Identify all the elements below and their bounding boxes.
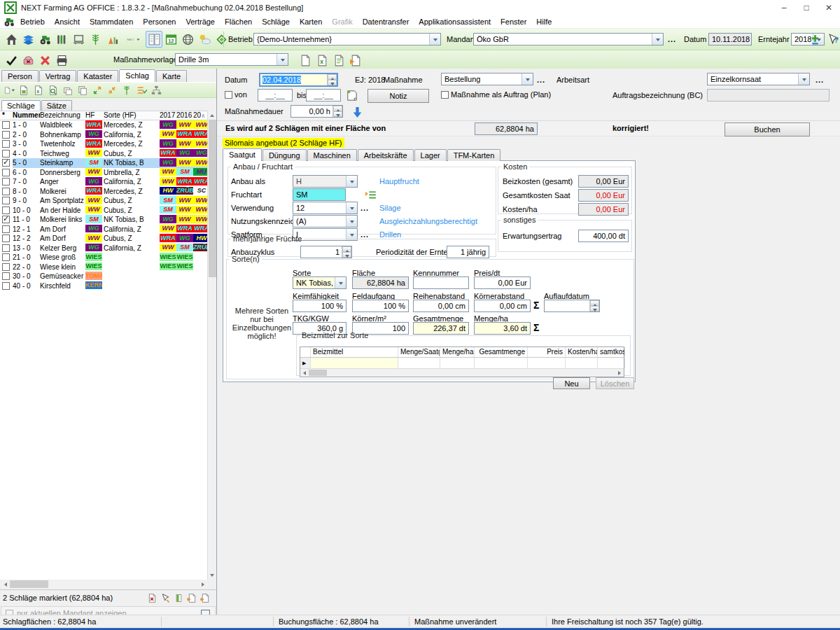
table-horizontal-scrollbar[interactable]: [300, 368, 624, 377]
table-row[interactable]: 13 - 0Kelzer BergWGCalifornia, ZWWSMZRÜB: [0, 244, 207, 253]
year-col-2017[interactable]: 2017: [160, 111, 176, 120]
split-view-icon[interactable]: [146, 31, 162, 48]
erwartungsertrag-field[interactable]: 400,00 dt: [578, 230, 629, 242]
hauptfrucht-link[interactable]: Hauptfrucht: [379, 177, 419, 186]
buchen-button[interactable]: Buchen: [724, 122, 810, 136]
row-checkbox[interactable]: [2, 234, 10, 242]
tab-person[interactable]: Person: [1, 70, 38, 82]
context-help-icon[interactable]: ?: [825, 31, 840, 48]
detail-tab-maschinen[interactable]: Maschinen: [307, 149, 357, 161]
scroll-up-icon[interactable]: [208, 111, 216, 120]
auftrag-checkbox[interactable]: [441, 91, 449, 99]
collapse-icon[interactable]: [104, 83, 119, 97]
menu-personen[interactable]: Personen: [138, 16, 181, 27]
beiz-cell[interactable]: [598, 358, 625, 368]
mandant-combo[interactable]: Öko GbR: [473, 33, 664, 46]
tab-kataster[interactable]: Kataster: [77, 70, 118, 82]
list-select-icon[interactable]: [363, 187, 379, 204]
row-checkbox[interactable]: [2, 225, 10, 233]
pointer-edit-icon[interactable]: [159, 592, 172, 605]
scrollbar-thumb[interactable]: [209, 120, 216, 277]
tractor-icon[interactable]: [36, 31, 53, 48]
massnahme-more-button[interactable]: ...: [537, 76, 545, 84]
row-checkbox[interactable]: [2, 244, 10, 252]
chevron-down-icon[interactable]: [276, 54, 288, 65]
kosten-field[interactable]: 0,00 Eur: [578, 189, 629, 202]
beiz-cell[interactable]: [440, 358, 475, 368]
table-row[interactable]: 1 - 0WaldbleekWRAMercedes, ZWGWWWW: [0, 120, 207, 130]
note-icon[interactable]: [343, 87, 360, 104]
scroll-right-icon[interactable]: [615, 369, 624, 377]
menu-fenster[interactable]: Fenster: [496, 16, 531, 27]
von-checkbox[interactable]: [225, 91, 232, 99]
wheat-icon[interactable]: [87, 31, 104, 48]
detail-tab-lager[interactable]: Lager: [414, 149, 447, 161]
row-checkbox[interactable]: [2, 131, 10, 139]
chevron-down-icon[interactable]: [522, 74, 533, 85]
feldaufgang-field[interactable]: 100 %: [352, 300, 409, 312]
doc-save-icon[interactable]: [16, 83, 31, 97]
weather-icon[interactable]: [196, 31, 213, 48]
scrollbar-thumb[interactable]: [10, 580, 48, 588]
row-checkbox[interactable]: [2, 253, 10, 261]
dauer-field[interactable]: 0,00 h: [290, 105, 343, 118]
beiz-cell[interactable]: [528, 358, 566, 368]
doc-new-icon[interactable]: [297, 52, 314, 69]
detail-tab-arbeitskr-fte[interactable]: Arbeitskräfte: [358, 149, 414, 161]
table-row[interactable]: 7 - 0AngerWGCalifornia, ZWWWRAWRA: [0, 177, 207, 187]
detail-tab-d-ngung[interactable]: Düngung: [262, 149, 307, 161]
table-row[interactable]: 10 - 0An der HaldeWWCubus, ZSMWWWW: [0, 206, 207, 216]
auftragsbez-field[interactable]: [707, 89, 830, 102]
detail-tab-saatgut[interactable]: Saatgut: [223, 148, 262, 161]
vertical-scrollbar[interactable]: [207, 111, 216, 580]
row-checkbox[interactable]: [2, 282, 10, 290]
excel-export-icon[interactable]: [146, 592, 159, 605]
minimize-button[interactable]: –: [773, 0, 795, 15]
beiz-col-7[interactable]: samtkosten: [598, 347, 625, 357]
chevron-down-icon[interactable]: [346, 176, 357, 187]
verwendung-combo[interactable]: 12: [293, 202, 358, 214]
spinner-icons[interactable]: [332, 106, 342, 117]
koernerabstand-field[interactable]: 0,00 cm: [474, 300, 531, 312]
chevron-down-icon[interactable]: [798, 74, 809, 85]
col-hf[interactable]: HF: [85, 111, 104, 120]
col-nummer[interactable]: Nummer∧: [13, 111, 40, 120]
row-checkbox[interactable]: [2, 169, 10, 176]
reihenabstand-field[interactable]: 0,00 cm: [413, 300, 469, 312]
preis-field[interactable]: 0,00 Eur: [474, 276, 531, 289]
row-checkbox[interactable]: [2, 216, 10, 223]
flaeche-field[interactable]: 62,8804 ha: [352, 276, 409, 289]
table-row[interactable]: 8 - 0MolkereiWRAMercedes, ZHWZRÜBSC: [0, 187, 207, 197]
datum-field[interactable]: 02.04.2018: [259, 73, 338, 87]
menu-hilfe[interactable]: Hilfe: [531, 16, 556, 27]
doc-new-drop-icon[interactable]: [1, 83, 16, 97]
doc-template-icon[interactable]: [347, 52, 364, 69]
row-checkbox[interactable]: [2, 121, 10, 129]
beiz-cell[interactable]: [311, 358, 398, 368]
beiz-col-5[interactable]: Preis: [528, 347, 566, 357]
beiz-col-4[interactable]: Gesamtmenge: [475, 347, 528, 357]
sorte-combo[interactable]: NK Tobias, B: [293, 276, 346, 289]
kosten-field[interactable]: 0,00 Eur: [578, 175, 629, 188]
add-icon[interactable]: [806, 31, 823, 48]
table-row[interactable]: 11 - 0Molkerei linksSMNK Tobias, BWGWWWW: [0, 215, 207, 225]
horizontal-scrollbar[interactable]: [1, 580, 207, 589]
beiz-col-2[interactable]: Menge/Saatgut: [398, 347, 440, 357]
table-row[interactable]: 21 - 0Wiese großWIESWIESWIES: [0, 253, 207, 262]
menu-verträge[interactable]: Verträge: [181, 16, 220, 27]
apply-down-arrow-icon[interactable]: [349, 104, 365, 120]
kosten-field[interactable]: 0,00 Eur: [578, 203, 629, 216]
von-time-field[interactable]: __:__: [258, 89, 293, 102]
table-row[interactable]: 40 - 0KirschfeldKERN: [0, 281, 207, 291]
auflaufdatum-field[interactable]: [544, 300, 600, 312]
keim-field[interactable]: 100 %: [293, 300, 346, 312]
menu-datentransfer[interactable]: Datentransfer: [358, 16, 414, 27]
beizmittel-empty-row[interactable]: ▶: [300, 358, 624, 369]
calendar-icon[interactable]: 12: [162, 31, 179, 48]
scroll-right-icon[interactable]: [198, 580, 207, 589]
row-checkbox[interactable]: [2, 159, 10, 167]
table-row[interactable]: 30 - 0GemüseackerTOMA: [0, 272, 207, 281]
beiz-col-6[interactable]: Kosten/ha: [566, 347, 598, 357]
menu-karten[interactable]: Karten: [295, 16, 327, 27]
handshake-icon[interactable]: [213, 31, 230, 48]
